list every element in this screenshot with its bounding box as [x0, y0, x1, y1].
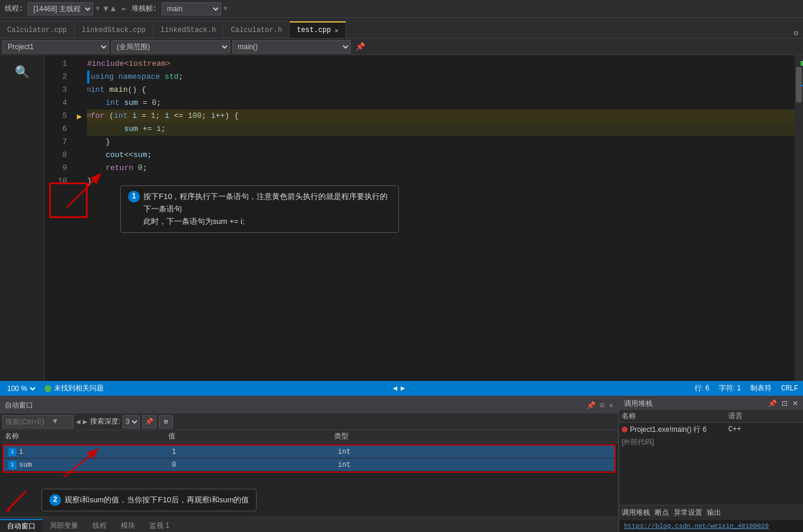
tab-locals[interactable]: 局部变量 — [43, 519, 85, 532]
status-encoding: CRLF — [781, 384, 798, 393]
tab-callstack[interactable]: 调用堆栈 — [622, 508, 650, 518]
top-toolbar: 线程: [14468] 主线程 ▼ ▼ ▲ ⇤ 堆栈帧: main ▼ — [0, 0, 803, 18]
var-row-sum[interactable]: i sum 0 int — [4, 459, 615, 472]
gutter-6 — [74, 123, 85, 136]
thread-label: 线程: — [5, 4, 23, 14]
status-char: 字符: 1 — [719, 383, 741, 393]
nav-left-icon[interactable]: ◀ — [393, 384, 397, 393]
nav-back-icon[interactable]: ◀ — [76, 417, 81, 427]
editor-area: 🔍 1 2 3 4 5 6 7 8 9 10 — [0, 55, 803, 381]
gutter-1 — [74, 57, 85, 70]
bottom-panels: 自动窗口 📌 ⊡ ✕ ▼ ◀ ▶ 搜索深度: 3 📌 — [0, 396, 803, 532]
cs-row-main[interactable]: Project1.exe!main() 行 6 C++ — [619, 423, 803, 436]
bottom-link[interactable]: https://blog.csdn.net/weixin_48180029 — [619, 520, 803, 532]
tab-close-icon[interactable]: ✕ — [335, 27, 339, 34]
scrollbar-track[interactable] — [795, 55, 803, 381]
tab-auto-window[interactable]: 自动窗口 — [0, 519, 43, 532]
svg-marker-1 — [5, 506, 11, 512]
annotation-box-2: 2 观察i和sum的值，当你按下F10后，再观察i和sum的值 — [41, 489, 257, 512]
status-ok: 未找到相关问题 — [44, 383, 104, 393]
project-dropdown[interactable]: Project1 — [2, 40, 109, 53]
call-stack-dock-icon[interactable]: ⊡ — [782, 399, 788, 408]
debug-arrow-icon: ▶ — [77, 111, 82, 121]
tab-breakpoints[interactable]: 断点 — [655, 508, 669, 518]
code-line-1: #include<iostream> — [87, 57, 795, 70]
tab-linkedstack-cpp[interactable]: linkedStack.cpp — [75, 21, 153, 38]
nav-fwd-icon[interactable]: ▶ — [83, 417, 88, 427]
code-line-5: ⊟for (int i = 1; i <= 100; i++) { — [87, 110, 795, 123]
tab-settings-icon[interactable]: ⚙ — [789, 28, 803, 38]
auto-window-title: 自动窗口 — [5, 400, 33, 411]
code-line-4: int sum = 0; — [87, 97, 795, 110]
ln-10: 10 — [44, 175, 67, 188]
auto-window: 自动窗口 📌 ⊡ ✕ ▼ ◀ ▶ 搜索深度: 3 📌 — [0, 397, 619, 532]
search-dropdown-icon[interactable]: ▼ — [53, 417, 57, 426]
code-line-7: } — [87, 136, 795, 149]
cs-lang: C++ — [728, 425, 801, 434]
ln-4: 4 — [44, 97, 67, 110]
var-val-sum: 0 — [169, 461, 335, 469]
stack-dropdown[interactable]: main — [162, 2, 221, 15]
grid-btn[interactable]: ⊞ — [159, 415, 173, 428]
auto-window-close-icon[interactable]: ✕ — [609, 401, 613, 410]
status-nav: ◀ ▶ — [393, 384, 405, 393]
cs-extern-label: [外部代码] — [619, 436, 803, 448]
tab-output[interactable]: 输出 — [707, 508, 721, 518]
tab-test-cpp[interactable]: test.cpp ✕ — [290, 21, 346, 38]
main-layout: 🔍 1 2 3 4 5 6 7 8 9 10 — [0, 55, 803, 532]
call-stack-col-bar: 名称 语言 — [619, 410, 803, 423]
variable-table: 名称 值 类型 i i 1 int i — [0, 430, 618, 483]
status-tab: 制表符 — [750, 383, 772, 393]
ln-3: 3 — [44, 84, 67, 97]
tab-calculator-h[interactable]: Calculator.h — [223, 21, 289, 38]
call-stack-titlebar: 调用堆栈 📌 ⊡ ✕ — [619, 397, 803, 410]
code-lines[interactable]: #include<iostream> using namespace std; … — [85, 55, 795, 381]
thread-dropdown[interactable]: [14468] 主线程 — [28, 2, 93, 15]
pin-icon[interactable]: 📌 — [587, 401, 596, 410]
code-editor: 1 2 3 4 5 6 7 8 9 10 — [44, 55, 803, 381]
auto-search-bar: ▼ ◀ ▶ 搜索深度: 3 📌 ⊞ — [0, 414, 618, 430]
code-line-2: using namespace std; — [87, 70, 795, 84]
nav-right-icon[interactable]: ▶ — [401, 384, 405, 393]
ok-icon — [44, 385, 52, 392]
search-icon[interactable]: 🔍 — [15, 65, 30, 79]
cs-func-name: Project1.exe!main() 行 6 — [622, 425, 728, 435]
red-arrow-svg-2 — [2, 488, 32, 512]
gutter: ▶ — [74, 55, 85, 381]
depth-dropdown[interactable]: 3 — [123, 415, 140, 428]
code-line-9: return 0; — [87, 162, 795, 175]
status-right: 行: 6 字符: 1 制表符 CRLF — [695, 383, 799, 393]
scrollbar-thumb[interactable] — [796, 67, 802, 102]
gutter-9 — [74, 162, 85, 175]
tab-bar: Calculator.cpp linkedStack.cpp linkedSta… — [0, 18, 803, 39]
var-highlight-box: i i 1 int i sum 0 int — [2, 444, 616, 473]
var-name-i: i i — [4, 448, 169, 456]
function-dropdown[interactable]: main() — [232, 40, 351, 53]
annotation-circle-1: 1 — [128, 191, 140, 203]
tab-exception-settings[interactable]: 异常设置 — [674, 508, 702, 518]
call-stack-pin-icon[interactable]: 📌 — [768, 399, 777, 408]
scope-dropdown[interactable]: (全局范围) — [111, 40, 230, 53]
search-input[interactable] — [5, 418, 53, 426]
var-icon-sum: i — [8, 461, 17, 469]
pin-btn[interactable]: 📌 — [142, 415, 156, 428]
call-stack-close-icon[interactable]: ✕ — [792, 399, 798, 408]
call-stack-spacer — [619, 448, 803, 505]
var-row-i[interactable]: i i 1 int — [4, 446, 615, 459]
code-line-8: cout<<sum; — [87, 149, 795, 162]
auto-window-tabs: 自动窗口 局部变量 线程 模块 监视 1 — [0, 517, 618, 532]
auto-window-dock-icon[interactable]: ⊡ — [600, 401, 604, 410]
annotation-box-1: 1 按下F10，程序执行下一条语句，注意黄色箭头执行的就是程序要执行的下一条语句… — [120, 185, 399, 233]
var-table-header: 名称 值 类型 — [0, 430, 618, 443]
tab-watch1[interactable]: 监视 1 — [142, 519, 177, 532]
search-input-wrap[interactable]: ▼ — [2, 415, 73, 428]
ln-7: 7 — [44, 136, 67, 149]
zoom-dropdown[interactable]: 100 % — [5, 384, 37, 393]
gutter-3 — [74, 84, 85, 97]
tab-linkedstack-h[interactable]: linkedStack.h — [153, 21, 224, 38]
tab-threads[interactable]: 线程 — [85, 519, 114, 532]
tab-modules[interactable]: 模块 — [114, 519, 142, 532]
tab-calculator-cpp[interactable]: Calculator.cpp — [0, 21, 75, 38]
code-line-6: sum += i; — [87, 123, 795, 136]
status-bar: 100 % 未找到相关问题 ◀ ▶ 行: 6 字符: 1 制表符 CRLF — [0, 381, 803, 396]
